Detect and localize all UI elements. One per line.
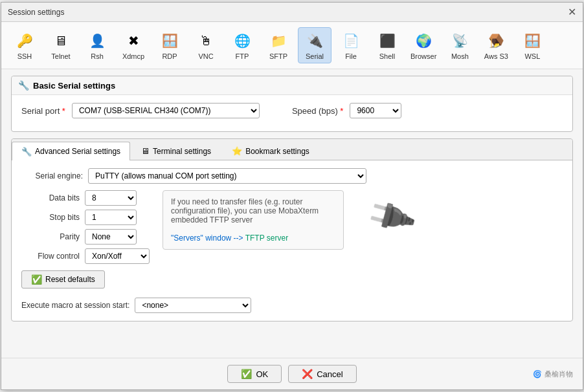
advanced-serial-tab-icon: 🔧 (21, 147, 32, 157)
basic-serial-header: 🔧 Basic Serial settings (12, 76, 572, 95)
engine-label: Serial engine: (21, 171, 83, 180)
mosh-icon: 📡 (449, 30, 470, 51)
stop-bits-row: Stop bits 1 (21, 210, 150, 225)
reset-icon: ✅ (31, 274, 42, 285)
terminal-tab-icon: 🖥 (141, 146, 150, 156)
stop-bits-select[interactable]: 1 (85, 210, 137, 225)
plugin-graphic-icon: 🔌 (363, 189, 419, 244)
titlebar: Session settings ✕ (1, 3, 583, 22)
toolbar-label-telnet: Telnet (51, 52, 70, 60)
toolbar-item-file[interactable]: 📄 File (334, 28, 368, 63)
toolbar-label-rdp: RDP (162, 52, 177, 60)
toolbar-label-ssh: SSH (17, 52, 32, 60)
rdp-icon: 🪟 (159, 30, 180, 51)
main-content: 🔧 Basic Serial settings Serial port COM7… (1, 69, 583, 358)
toolbar-item-awss3[interactable]: 🪤 Aws S3 (479, 28, 513, 63)
parity-select[interactable]: None (85, 229, 137, 245)
toolbar-item-rsh[interactable]: 👤 Rsh (80, 28, 114, 63)
basic-serial-body: Serial port COM7 (USB-SERIAL CH340 (COM7… (12, 95, 572, 131)
basic-serial-section: 🔧 Basic Serial settings Serial port COM7… (11, 76, 573, 132)
toolbar-label-awss3: Aws S3 (484, 52, 508, 60)
watermark-text: 桑榆肖物 (545, 369, 573, 379)
advanced-body: Serial engine: PuTTY (allows manual COM … (12, 160, 572, 321)
basic-serial-header-icon: 🔧 (18, 80, 29, 91)
cancel-button[interactable]: ❌ Cancel (288, 365, 356, 383)
serial-port-label: Serial port (21, 106, 65, 116)
footer: ✅ OK ❌ Cancel 🌀 桑榆肖物 (1, 358, 583, 389)
sftp-icon: 📁 (268, 30, 289, 51)
xdmcp-icon: ✖ (123, 30, 144, 51)
macro-select[interactable]: <none> (135, 298, 251, 313)
info-box-text: If you need to transfer files (e.g. rout… (171, 197, 335, 224)
tab-bookmark-settings[interactable]: ⭐ Bookmark settings (222, 142, 319, 160)
toolbar-item-xdmcp[interactable]: ✖ Xdmcp (117, 28, 150, 63)
watermark: 🌀 桑榆肖物 (357, 369, 573, 379)
reset-defaults-label: Reset defaults (45, 275, 95, 284)
toolbar-item-ftp[interactable]: 🌐 FTP (225, 28, 259, 63)
reset-defaults-button[interactable]: ✅ Reset defaults (21, 270, 105, 289)
parity-label: Parity (21, 232, 80, 241)
adv-right-panel: If you need to transfer files (e.g. rout… (163, 190, 563, 289)
toolbar-label-file: File (345, 52, 357, 60)
toolbar-label-xdmcp: Xdmcp (122, 52, 144, 60)
toolbar-label-wsl: WSL (524, 52, 540, 60)
info-link-tftp: TFTP server (245, 234, 288, 243)
toolbar-item-serial[interactable]: 🔌 Serial (298, 27, 331, 63)
toolbar-item-browser[interactable]: 🌍 Browser (407, 28, 440, 63)
advanced-serial-tab-label: Advanced Serial settings (35, 147, 120, 156)
tab-advanced-serial[interactable]: 🔧 Advanced Serial settings (12, 142, 130, 160)
serial-port-select[interactable]: COM7 (USB-SERIAL CH340 (COM7)) (72, 103, 260, 118)
footer-buttons: ✅ OK ❌ Cancel (227, 365, 356, 383)
browser-icon: 🌍 (413, 30, 434, 51)
speed-label: Speed (bps) (292, 106, 344, 116)
toolbar-item-ssh[interactable]: 🔑 SSH (8, 28, 41, 63)
serial-icon: 🔌 (304, 30, 325, 51)
wsl-icon: 🪟 (522, 30, 543, 51)
cancel-label: Cancel (317, 369, 343, 379)
toolbar-label-rsh: Rsh (91, 52, 104, 60)
file-icon: 📄 (341, 30, 361, 51)
info-link-servers: "Servers" window --> (171, 234, 245, 243)
flow-control-select[interactable]: Xon/Xoff (85, 248, 150, 264)
shell-icon: ⬛ (377, 30, 398, 51)
ok-icon: ✅ (241, 369, 252, 379)
flow-control-row: Flow control Xon/Xoff (21, 248, 150, 264)
advanced-serial-section: 🔧 Advanced Serial settings 🖥 Terminal se… (11, 138, 573, 321)
cancel-icon: ❌ (302, 369, 313, 379)
data-bits-select[interactable]: 8 (85, 190, 137, 206)
macro-label: Execute macro at session start: (21, 301, 129, 310)
toolbar-label-sftp: SFTP (269, 52, 287, 60)
toolbar-label-shell: Shell (379, 52, 395, 60)
toolbar-item-vnc[interactable]: 🖱 VNC (189, 28, 223, 63)
toolbar-item-rdp[interactable]: 🪟 RDP (153, 28, 186, 63)
flow-control-label: Flow control (21, 252, 80, 261)
toolbar: 🔑 SSH 🖥 Telnet 👤 Rsh ✖ Xdmcp 🪟 RDP 🖱 VNC (1, 22, 583, 69)
info-box-link[interactable]: "Servers" window --> TFTP server (171, 234, 288, 243)
toolbar-item-sftp[interactable]: 📁 SFTP (262, 28, 295, 63)
speed-select[interactable]: 9600 (350, 103, 401, 118)
toolbar-label-mosh: Mosh (451, 52, 469, 60)
toolbar-label-browser: Browser (410, 52, 436, 60)
data-bits-row: Data bits 8 (21, 190, 150, 206)
vnc-icon: 🖱 (196, 30, 216, 51)
ssh-icon: 🔑 (14, 30, 35, 51)
toolbar-item-telnet[interactable]: 🖥 Telnet (44, 28, 78, 63)
ftp-icon: 🌐 (232, 30, 253, 51)
close-button[interactable]: ✕ (568, 7, 576, 17)
serial-port-row: Serial port COM7 (USB-SERIAL CH340 (COM7… (21, 103, 563, 118)
adv-left-fields: Data bits 8 Stop bits 1 Pari (21, 190, 150, 289)
window-title: Session settings (8, 8, 64, 17)
engine-select[interactable]: PuTTY (allows manual COM port setting) (88, 168, 366, 184)
awss3-icon: 🪤 (486, 30, 506, 51)
tab-terminal-settings[interactable]: 🖥 Terminal settings (131, 142, 221, 160)
toolbar-label-serial: Serial (306, 52, 324, 60)
bookmark-tab-label: Bookmark settings (245, 147, 309, 156)
toolbar-item-mosh[interactable]: 📡 Mosh (443, 28, 477, 63)
toolbar-label-vnc: VNC (198, 52, 213, 60)
ok-button[interactable]: ✅ OK (227, 365, 282, 383)
watermark-icon: 🌀 (533, 370, 542, 378)
toolbar-item-wsl[interactable]: 🪟 WSL (515, 28, 549, 63)
toolbar-item-shell[interactable]: ⬛ Shell (370, 28, 404, 63)
session-settings-window: Session settings ✕ 🔑 SSH 🖥 Telnet 👤 Rsh … (1, 2, 583, 390)
bookmark-tab-icon: ⭐ (232, 146, 242, 156)
